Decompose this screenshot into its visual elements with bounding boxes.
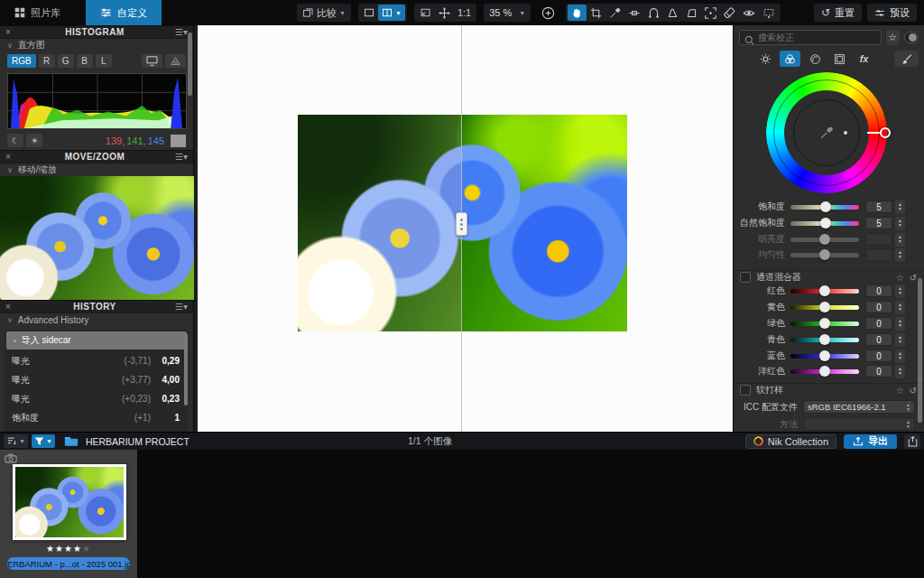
tab-photo-library[interactable]: 照片库 [0,0,75,25]
mixer-blue-value[interactable]: 0 [865,350,892,362]
star-icon[interactable]: ☆ [896,386,904,396]
sort-button[interactable]: ▼ [4,434,28,448]
mixer-yellow-slider[interactable] [790,305,859,310]
slider-knob[interactable] [819,302,830,312]
mixer-red-value[interactable]: 0 [865,284,892,297]
thumbnail-frame[interactable] [13,464,126,540]
shadow-clipping-button[interactable]: ☾ [7,134,23,147]
star-rating[interactable]: ★★★★★ [0,544,137,554]
reset-section-icon[interactable]: ↺ [910,386,917,396]
close-icon[interactable]: × [5,27,14,37]
star-icon[interactable]: ☆ [896,273,904,283]
channel-mixer-checkbox[interactable] [740,272,751,283]
channel-l-button[interactable]: L [96,54,112,68]
mixer-cyan-slider[interactable] [790,338,859,342]
slider-knob[interactable] [820,201,831,212]
presets-button[interactable]: 预设 [867,4,917,22]
single-view-button[interactable] [360,5,378,21]
mixer-magenta-slider[interactable] [790,369,859,374]
channel-r-button[interactable]: R [39,54,55,68]
history-item[interactable]: 曝光 (+0,23) 0,23 [5,389,189,408]
hsl-color-wheel[interactable] [766,72,887,193]
slider-knob[interactable] [819,366,830,377]
softproof-gamut-button[interactable] [165,54,186,68]
slider-knob[interactable] [819,350,830,361]
saturation-slider[interactable] [790,205,859,210]
image-canvas[interactable] [194,25,733,432]
channel-rgb-button[interactable]: RGB [7,54,36,68]
close-icon[interactable]: × [5,152,14,162]
fit-screen-button[interactable] [416,5,435,21]
nik-collection-button[interactable]: Nik Collection [745,434,836,449]
uniformity-value[interactable] [865,248,892,261]
tab-customize[interactable]: 自定义 [86,0,162,25]
method-select[interactable]: ▲▼ [803,417,915,431]
tab-effects[interactable]: fx [854,51,874,67]
panel-menu-icon[interactable]: ☰▾ [175,302,188,312]
filmstrip-selected-cell[interactable]: ★★★★★ HERBARIUM - p...ot - 2025 001.jpg [0,450,137,578]
channel-g-button[interactable]: G [58,54,74,68]
search-input[interactable] [739,30,882,45]
mixer-red-slider[interactable] [790,289,859,294]
reset-button[interactable]: ↺ 重置 [814,4,862,22]
crop-tool[interactable] [587,5,605,21]
slider-knob[interactable] [820,218,831,228]
movezoom-section-row[interactable]: ∨ 移动/缩放 [0,163,193,176]
slider-knob[interactable] [819,285,830,296]
mixer-green-slider[interactable] [790,322,859,326]
slider-knob[interactable] [819,318,830,329]
history-section-row[interactable]: ∨ Advanced History [0,313,193,326]
channel-b-button[interactable]: B [77,54,93,68]
grid-overlay-toggle[interactable] [759,5,779,21]
show-mask-toggle[interactable] [739,5,759,21]
local-adjustments-button[interactable] [894,51,919,67]
mixer-magenta-value[interactable]: 0 [865,365,892,378]
split-divider-handle[interactable] [456,212,467,236]
history-item[interactable]: › 导入 sidecar [6,331,187,350]
history-item[interactable]: 曝光 (+3,77) 4,00 [5,370,189,389]
corrections-toggle[interactable] [904,32,919,43]
slider-knob[interactable] [819,334,830,345]
reset-section-icon[interactable]: ↺ [910,273,917,283]
wheel-eyedropper-icon[interactable] [819,126,834,140]
stepper-control[interactable]: ▲▼ [895,217,905,230]
slider-knob[interactable] [819,234,830,245]
stepper-control[interactable]: ▲▼ [895,200,905,214]
filename-badge[interactable]: HERBARIUM - p...ot - 2025 001.jpg [7,557,130,570]
eyedropper-tool[interactable] [605,5,624,21]
horizon-tool[interactable] [624,5,644,21]
mixer-cyan-value[interactable]: 0 [865,333,892,346]
stepper-control[interactable]: ▲▼ [895,233,905,247]
zoom-in-button[interactable] [538,5,559,21]
saturation-value[interactable]: 5 [865,200,892,213]
tab-light[interactable] [755,51,776,67]
control-line-tool[interactable] [663,5,682,21]
control-point-tool[interactable] [644,5,663,21]
panel-menu-icon[interactable]: ☰▾ [175,27,188,37]
tab-color[interactable] [780,51,800,67]
zoom-1to1-button[interactable]: 1:1 [454,5,475,21]
history-item[interactable]: 饱和度 (+1) 1 [5,408,189,427]
polygon-tool[interactable] [682,5,701,21]
mixer-yellow-value[interactable]: 0 [865,301,892,313]
zoom-level-select[interactable]: 35 % ▼ [484,4,531,22]
hand-tool[interactable] [568,5,587,21]
panel-menu-icon[interactable]: ☰▾ [175,152,188,162]
history-item[interactable]: 曝光 (-3,71) 0,29 [5,351,189,370]
tab-detail[interactable] [804,51,825,67]
stepper-control[interactable]: ▲▼ [895,301,905,314]
local-adjustments-tool[interactable] [701,5,720,21]
highlight-clipping-button[interactable]: ☀ [26,134,42,147]
navigator-thumbnail[interactable] [0,176,194,300]
soft-proofing-checkbox[interactable] [740,385,751,396]
compare-button[interactable]: 比较 ▼ [299,5,349,21]
stepper-control[interactable]: ▲▼ [895,350,905,363]
histogram-section-row[interactable]: ∨ 直方图 [0,39,193,51]
split-view-button[interactable]: ▼ [378,5,405,21]
vibrance-slider[interactable] [790,221,859,226]
stepper-control[interactable]: ▲▼ [895,284,905,298]
icc-profile-select[interactable]: sRGB IEC61966-2.1 ▲▼ [803,400,915,414]
close-icon[interactable]: × [5,302,14,312]
filter-button[interactable]: ▼ [32,434,55,448]
uniformity-slider[interactable] [790,253,859,257]
